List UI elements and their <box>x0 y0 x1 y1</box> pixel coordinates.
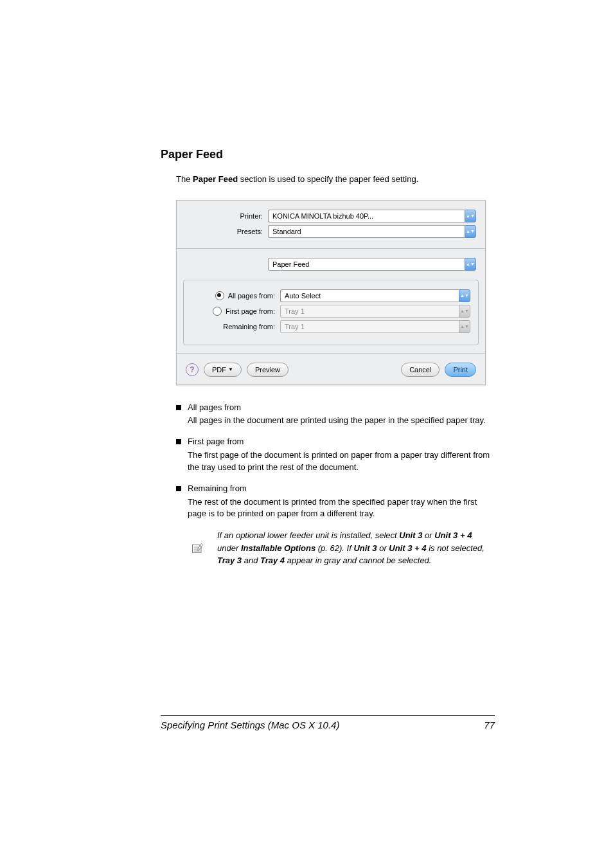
print-dialog: Printer: KONICA MINOLTA bizhub 40P... ▲▼… <box>176 200 486 385</box>
list-item: Remaining from The rest of the document … <box>176 483 495 521</box>
first-page-label: First page from: <box>226 307 275 315</box>
all-pages-select[interactable]: Auto Select ▲▼ <box>280 289 470 302</box>
divider <box>177 353 485 354</box>
all-pages-radio[interactable] <box>215 291 224 300</box>
preview-button[interactable]: Preview <box>247 363 289 377</box>
chevron-updown-icon: ▲▼ <box>465 258 476 271</box>
printer-select[interactable]: KONICA MINOLTA bizhub 40P... ▲▼ <box>268 210 476 222</box>
intro-text: The Paper Feed section is used to specif… <box>176 173 495 186</box>
bullet-icon <box>176 439 181 444</box>
bullet-icon <box>176 486 181 491</box>
page-number: 77 <box>484 719 495 730</box>
first-page-select: Tray 1 ▲▼ <box>280 305 470 318</box>
list-item: All pages from All pages in the document… <box>176 402 495 428</box>
triangle-down-icon: ▼ <box>228 366 233 372</box>
remaining-label: Remaining from: <box>223 323 275 330</box>
divider <box>177 248 485 249</box>
footer-rule <box>161 715 495 716</box>
cancel-button[interactable]: Cancel <box>401 363 440 377</box>
pane-select[interactable]: Paper Feed ▲▼ <box>268 258 476 271</box>
chevron-updown-icon: ▲▼ <box>459 305 470 318</box>
paper-feed-pane: All pages from: Auto Select ▲▼ First pag… <box>183 280 479 345</box>
help-button[interactable]: ? <box>186 363 199 376</box>
presets-label: Presets: <box>186 228 268 235</box>
list-item: First page from The first page of the do… <box>176 436 495 474</box>
chevron-updown-icon: ▲▼ <box>465 210 476 222</box>
presets-select[interactable]: Standard ▲▼ <box>268 225 476 238</box>
footer-title: Specifying Print Settings (Mac OS X 10.4… <box>161 719 339 730</box>
chevron-updown-icon: ▲▼ <box>459 289 470 302</box>
remaining-select: Tray 1 ▲▼ <box>280 320 470 333</box>
print-button[interactable]: Print <box>445 363 476 377</box>
note-block: If an optional lower feeder unit is inst… <box>191 529 495 567</box>
bullet-icon <box>176 405 181 410</box>
pdf-menu-button[interactable]: PDF▼ <box>204 363 242 377</box>
chevron-updown-icon: ▲▼ <box>465 225 476 238</box>
all-pages-label: All pages from: <box>228 292 275 300</box>
first-page-radio[interactable] <box>213 307 222 316</box>
section-heading: Paper Feed <box>161 148 495 161</box>
note-icon <box>191 530 207 567</box>
chevron-updown-icon: ▲▼ <box>459 320 470 333</box>
printer-label: Printer: <box>186 212 268 220</box>
